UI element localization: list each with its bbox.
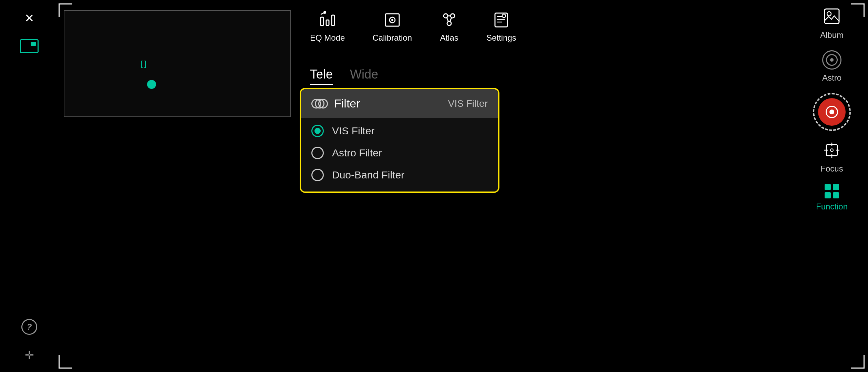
function-button[interactable]: Function bbox=[816, 184, 848, 211]
album-icon bbox=[823, 7, 841, 27]
record-button[interactable] bbox=[813, 93, 851, 131]
svg-rect-22 bbox=[826, 145, 837, 156]
focus-label: Focus bbox=[820, 164, 843, 174]
svg-line-13 bbox=[450, 18, 452, 22]
function-icon bbox=[825, 184, 839, 198]
svg-point-4 bbox=[323, 11, 326, 14]
focus-icon bbox=[823, 141, 841, 161]
record-center-icon bbox=[826, 106, 838, 118]
filter-current-value: VIS Filter bbox=[448, 98, 488, 109]
func-square-1 bbox=[825, 184, 831, 190]
filter-panel: Filter VIS Filter VIS Filter Astro Filte… bbox=[300, 88, 499, 193]
svg-point-7 bbox=[391, 19, 393, 21]
atlas-icon bbox=[440, 10, 459, 30]
album-button[interactable]: Album bbox=[820, 7, 844, 40]
green-indicator-dot bbox=[147, 80, 156, 89]
filter-option-duoband-label: Duo-Band Filter bbox=[332, 169, 404, 181]
camera-viewport: [ ] bbox=[64, 10, 291, 117]
settings-label: Settings bbox=[486, 33, 516, 43]
screen-layout-button[interactable] bbox=[20, 39, 39, 53]
lens-tabs: Tele Wide bbox=[310, 67, 378, 85]
help-icon: ? bbox=[21, 319, 37, 335]
astro-label: Astro bbox=[822, 73, 841, 83]
filter-option-astro[interactable]: Astro Filter bbox=[311, 147, 488, 159]
album-label: Album bbox=[820, 30, 844, 40]
filter-circles-icon bbox=[311, 97, 327, 110]
calibration-icon bbox=[383, 10, 402, 30]
eq-mode-label: EQ Mode bbox=[310, 33, 345, 43]
focus-bracket-left: [ bbox=[141, 59, 143, 68]
record-inner bbox=[818, 98, 846, 126]
svg-line-12 bbox=[447, 18, 448, 22]
circle-c bbox=[318, 99, 328, 108]
astro-button[interactable]: Astro bbox=[822, 50, 841, 83]
record-center-dot bbox=[829, 110, 834, 114]
svg-point-18 bbox=[502, 14, 506, 18]
func-square-3 bbox=[825, 192, 831, 198]
screen-layout-icon bbox=[20, 39, 39, 53]
close-button[interactable]: × bbox=[25, 10, 34, 25]
left-sidebar: × ? ✛ bbox=[0, 0, 59, 372]
close-icon: × bbox=[25, 10, 34, 25]
left-bottom-controls: ? ✛ bbox=[21, 319, 37, 362]
help-button[interactable]: ? bbox=[21, 319, 37, 335]
filter-option-vis[interactable]: VIS Filter bbox=[311, 125, 488, 137]
eq-mode-icon bbox=[318, 10, 337, 30]
focus-button[interactable]: Focus bbox=[820, 141, 843, 174]
filter-title: Filter bbox=[334, 97, 360, 110]
func-square-4 bbox=[833, 192, 839, 198]
filter-option-duoband[interactable]: Duo-Band Filter bbox=[311, 169, 488, 181]
svg-point-10 bbox=[447, 21, 451, 25]
radio-astro bbox=[311, 147, 324, 159]
function-label: Function bbox=[816, 202, 848, 211]
astro-dot bbox=[830, 58, 834, 62]
move-button[interactable]: ✛ bbox=[25, 349, 34, 362]
focus-bracket-right: ] bbox=[144, 59, 146, 68]
tab-wide[interactable]: Wide bbox=[350, 67, 378, 85]
astro-inner-ring bbox=[826, 54, 838, 66]
filter-option-vis-label: VIS Filter bbox=[332, 125, 374, 137]
svg-rect-1 bbox=[326, 20, 329, 25]
svg-rect-20 bbox=[825, 9, 839, 23]
svg-point-9 bbox=[451, 14, 455, 18]
svg-point-21 bbox=[827, 12, 831, 16]
corner-bracket-bottom-left bbox=[59, 355, 72, 369]
calibration-label: Calibration bbox=[372, 33, 412, 43]
calibration-button[interactable]: Calibration bbox=[372, 10, 412, 43]
eq-mode-button[interactable]: EQ Mode bbox=[310, 10, 345, 43]
record-ring bbox=[813, 93, 851, 131]
atlas-button[interactable]: Atlas bbox=[440, 10, 459, 43]
top-toolbar: EQ Mode Calibration Atlas bbox=[310, 10, 516, 43]
filter-option-astro-label: Astro Filter bbox=[332, 147, 382, 159]
svg-rect-2 bbox=[332, 15, 334, 25]
radio-vis-inner bbox=[314, 128, 321, 134]
filter-options-list: VIS Filter Astro Filter Duo-Band Filter bbox=[301, 118, 498, 192]
func-square-2 bbox=[833, 184, 839, 190]
settings-button[interactable]: Settings bbox=[486, 10, 516, 43]
left-top-controls: × bbox=[20, 10, 39, 53]
move-icon: ✛ bbox=[25, 349, 34, 362]
radio-duoband bbox=[311, 169, 324, 181]
radio-vis bbox=[311, 125, 324, 137]
right-sidebar: Album Astro bbox=[796, 0, 868, 372]
tab-tele[interactable]: Tele bbox=[310, 67, 333, 85]
svg-point-8 bbox=[444, 14, 448, 18]
filter-panel-header: Filter VIS Filter bbox=[301, 89, 498, 118]
svg-rect-0 bbox=[321, 17, 323, 25]
settings-icon bbox=[492, 10, 511, 30]
svg-point-27 bbox=[830, 149, 833, 152]
astro-icon bbox=[822, 50, 841, 70]
atlas-label: Atlas bbox=[440, 33, 458, 43]
filter-header-left: Filter bbox=[311, 97, 360, 110]
